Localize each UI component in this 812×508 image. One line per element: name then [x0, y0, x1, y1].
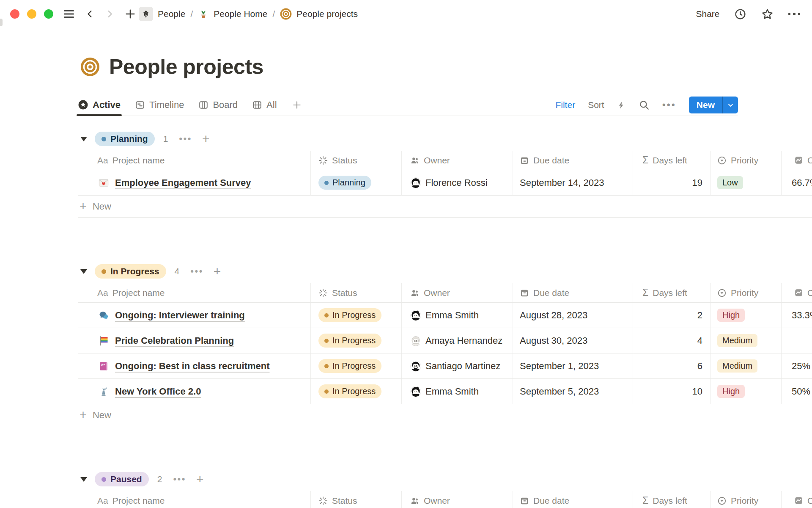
column-header-owner[interactable]: Owner: [402, 491, 513, 508]
group-add-button[interactable]: +: [214, 265, 221, 278]
cell-project-name[interactable]: Ongoing: Interviewer training: [78, 303, 311, 328]
share-button[interactable]: Share: [696, 9, 719, 19]
cell-owner[interactable]: Amaya Hernandez: [402, 328, 513, 353]
view-options-button[interactable]: •••: [662, 99, 676, 111]
collapse-triangle-icon[interactable]: [80, 477, 87, 482]
column-header-completion[interactable]: Completion: [782, 283, 812, 302]
cell-completion[interactable]: [782, 328, 812, 353]
column-header-due-date[interactable]: Due date: [513, 151, 633, 170]
close-window-button[interactable]: [10, 9, 19, 19]
cell-owner[interactable]: Emma Smith: [402, 379, 513, 404]
cell-project-name[interactable]: Employee Engagement Survey: [78, 170, 311, 195]
tab-active[interactable]: Active: [78, 94, 121, 116]
cell-due-date[interactable]: August 28, 2023: [513, 303, 633, 328]
project-link[interactable]: Ongoing: Interviewer training: [115, 310, 245, 321]
tab-board[interactable]: Board: [198, 94, 238, 116]
group-add-button[interactable]: +: [202, 133, 210, 145]
cell-due-date[interactable]: August 30, 2023: [513, 328, 633, 353]
cell-project-name[interactable]: New York Office 2.0: [78, 379, 311, 404]
sort-button[interactable]: Sort: [588, 100, 604, 110]
bullseye-page-icon[interactable]: [80, 57, 100, 77]
priority-tag[interactable]: High: [717, 309, 745, 322]
group-pill-paused[interactable]: Paused: [95, 472, 149, 486]
column-header-due-date[interactable]: Due date: [513, 283, 633, 302]
new-button[interactable]: New: [689, 97, 722, 113]
tab-timeline[interactable]: Timeline: [135, 94, 184, 116]
cell-owner[interactable]: Emma Smith: [402, 303, 513, 328]
project-link[interactable]: Ongoing: Best in class recruitment: [115, 361, 270, 372]
cell-status[interactable]: In Progress: [311, 353, 402, 378]
breadcrumb-item-people-projects[interactable]: People projects: [280, 8, 358, 20]
cell-priority[interactable]: Medium: [710, 353, 782, 378]
status-pill[interactable]: In Progress: [318, 384, 381, 398]
cell-due-date[interactable]: September 1, 2023: [513, 353, 633, 378]
status-pill[interactable]: Planning: [318, 176, 371, 190]
new-tab-button[interactable]: [124, 8, 136, 20]
column-header-project-name[interactable]: Aa Project name: [78, 491, 311, 508]
cell-project-name[interactable]: Pride Celebration Planning: [78, 328, 311, 353]
forward-button[interactable]: [105, 8, 114, 19]
cell-owner[interactable]: Florence Rossi: [402, 170, 513, 195]
priority-tag[interactable]: Medium: [717, 334, 757, 347]
cell-status[interactable]: In Progress: [311, 328, 402, 353]
cell-days-left[interactable]: 6: [633, 353, 710, 378]
cell-project-name[interactable]: A+ Ongoing: Best in class recruitment: [78, 353, 311, 378]
group-more-button[interactable]: •••: [190, 266, 203, 277]
priority-tag[interactable]: Medium: [717, 359, 757, 373]
status-pill[interactable]: In Progress: [318, 308, 381, 322]
collapse-triangle-icon[interactable]: [80, 137, 87, 141]
more-options-button[interactable]: [788, 13, 801, 15]
column-header-owner[interactable]: Owner: [402, 283, 513, 302]
column-header-priority[interactable]: Priority: [710, 151, 782, 170]
project-link[interactable]: New York Office 2.0: [115, 386, 201, 397]
breadcrumb-item-people-home[interactable]: People Home: [198, 8, 267, 19]
cell-days-left[interactable]: 10: [633, 379, 710, 404]
cell-completion[interactable]: 50%: [782, 379, 812, 404]
column-header-status[interactable]: Status: [311, 283, 402, 302]
collapse-triangle-icon[interactable]: [80, 269, 87, 274]
cell-status[interactable]: In Progress: [311, 303, 402, 328]
cell-completion[interactable]: 33.3%: [782, 303, 812, 328]
add-view-button[interactable]: [291, 99, 302, 110]
group-pill-in-progress[interactable]: In Progress: [95, 264, 166, 279]
column-header-completion[interactable]: Completion: [782, 151, 812, 170]
favorite-button[interactable]: [761, 8, 774, 21]
cell-due-date[interactable]: September 5, 2023: [513, 379, 633, 404]
column-header-priority[interactable]: Priority: [710, 491, 782, 508]
filter-button[interactable]: Filter: [555, 100, 575, 110]
column-header-status[interactable]: Status: [311, 491, 402, 508]
column-header-completion[interactable]: Completion: [782, 491, 812, 508]
new-dropdown-button[interactable]: [723, 97, 738, 113]
cell-days-left[interactable]: 4: [633, 328, 710, 353]
zoom-window-button[interactable]: [44, 9, 53, 19]
cell-days-left[interactable]: 19: [633, 170, 710, 195]
status-pill[interactable]: In Progress: [318, 334, 381, 348]
cell-status[interactable]: In Progress: [311, 379, 402, 404]
column-header-status[interactable]: Status: [311, 151, 402, 170]
cell-priority[interactable]: Medium: [710, 328, 782, 353]
column-header-owner[interactable]: Owner: [402, 151, 513, 170]
search-button[interactable]: [639, 99, 650, 110]
updates-button[interactable]: [734, 8, 746, 20]
column-header-project-name[interactable]: Aa Project name: [78, 283, 311, 302]
breadcrumb-item-people[interactable]: People: [139, 7, 185, 21]
automations-button[interactable]: [617, 100, 626, 110]
sidebar-toggle-button[interactable]: [63, 8, 75, 20]
column-header-due-date[interactable]: Due date: [513, 491, 633, 508]
add-row-button[interactable]: + New: [78, 404, 812, 426]
minimize-window-button[interactable]: [27, 9, 36, 19]
group-more-button[interactable]: •••: [179, 133, 192, 144]
priority-tag[interactable]: High: [717, 385, 745, 398]
column-header-priority[interactable]: Priority: [710, 283, 782, 302]
cell-days-left[interactable]: 2: [633, 303, 710, 328]
group-add-button[interactable]: +: [196, 473, 204, 486]
column-header-project-name[interactable]: Aa Project name: [78, 151, 311, 170]
group-pill-planning[interactable]: Planning: [95, 132, 155, 146]
cell-completion[interactable]: 66.7%: [782, 170, 812, 195]
cell-priority[interactable]: High: [710, 303, 782, 328]
project-link[interactable]: Pride Celebration Planning: [115, 335, 234, 346]
column-header-days-left[interactable]: Σ Days left: [633, 283, 710, 302]
group-more-button[interactable]: •••: [173, 474, 186, 485]
cell-priority[interactable]: High: [710, 379, 782, 404]
cell-due-date[interactable]: September 14, 2023: [513, 170, 633, 195]
